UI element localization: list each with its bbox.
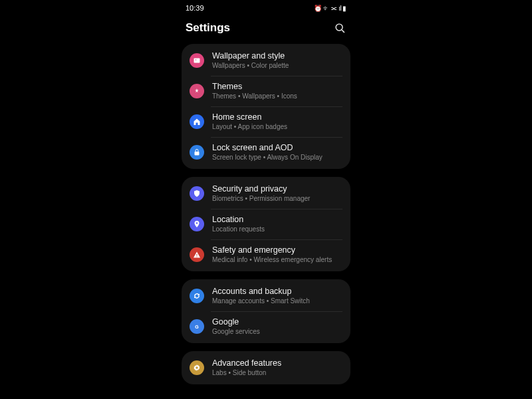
settings-item-text: Safety and emergencyMedical info • Wirel… [212,245,332,264]
page-title: Settings [186,21,230,35]
settings-item-title: Safety and emergency [212,245,332,255]
settings-item-subtitle: Google services [212,328,260,336]
settings-group-security: Security and privacyBiometrics • Permiss… [182,177,350,271]
settings-item-text: Security and privacyBiometrics • Permiss… [212,184,310,203]
settings-item-title: Lock screen and AOD [212,143,323,153]
phone-frame: 10:39 ⏰ ᯤ ⫘ ıl ▮ Settings Wallpaper and … [176,0,356,399]
settings-group-accounts: Accounts and backupManage accounts • Sma… [182,279,350,343]
svg-point-10 [196,366,198,369]
settings-item-title: Security and privacy [212,184,310,194]
settings-item-subtitle: Screen lock type • Always On Display [212,154,323,162]
settings-item-security-privacy[interactable]: Security and privacyBiometrics • Permiss… [182,178,350,209]
settings-item-themes[interactable]: ThemesThemes • Wallpapers • Icons [182,76,350,106]
svg-text:G: G [195,325,199,329]
settings-item-subtitle: Labs • Side button [212,369,281,377]
settings-item-safety[interactable]: Safety and emergencyMedical info • Wirel… [182,239,350,270]
settings-item-location[interactable]: LocationLocation requests [182,209,350,239]
settings-item-text: Wallpaper and styleWallpapers • Color pa… [212,51,289,70]
brush-icon [190,84,204,98]
shield-icon [190,186,204,201]
settings-item-lock-screen[interactable]: Lock screen and AODScreen lock type • Al… [182,137,350,168]
lock-icon [190,145,204,160]
settings-item-text: LocationLocation requests [212,215,265,233]
home-icon [190,114,204,129]
status-bar: 10:39 ⏰ ᯤ ⫘ ıl ▮ [176,0,356,16]
settings-item-subtitle: Biometrics • Permission manager [212,195,310,203]
alert-icon [190,247,204,262]
settings-item-advanced-features[interactable]: Advanced featuresLabs • Side button [182,352,350,383]
settings-item-wallpaper[interactable]: Wallpaper and styleWallpapers • Color pa… [182,45,350,76]
svg-rect-4 [195,152,200,156]
settings-item-title: Home screen [212,112,287,122]
settings-item-home-screen[interactable]: Home screenLayout • App icon badges [182,106,350,137]
settings-item-subtitle: Medical info • Wireless emergency alerts [212,256,332,264]
settings-item-text: Accounts and backupManage accounts • Sma… [212,287,310,305]
pin-icon [190,217,204,231]
settings-item-title: Accounts and backup [212,287,310,297]
header: Settings [176,16,356,44]
settings-group-display: Wallpaper and styleWallpapers • Color pa… [182,44,350,169]
google-icon: G [190,319,204,334]
status-time: 10:39 [186,4,204,12]
settings-item-text: Advanced featuresLabs • Side button [212,358,281,377]
settings-item-text: Lock screen and AODScreen lock type • Al… [212,143,323,162]
settings-item-title: Google [212,317,260,327]
svg-rect-6 [197,254,198,256]
settings-item-subtitle: Layout • App icon badges [212,123,287,131]
svg-point-5 [196,222,198,224]
settings-item-title: Location [212,215,265,225]
search-icon [334,23,346,34]
settings-item-subtitle: Manage accounts • Smart Switch [212,297,310,305]
settings-item-title: Themes [212,82,297,92]
svg-line-1 [341,29,344,32]
image-icon [190,53,204,68]
settings-item-subtitle: Location requests [212,225,265,233]
settings-item-subtitle: Wallpapers • Color palette [212,62,289,70]
settings-group-advanced: Advanced featuresLabs • Side button [182,351,350,384]
svg-rect-7 [197,257,198,257]
settings-item-text: ThemesThemes • Wallpapers • Icons [212,82,297,100]
settings-list: Wallpaper and styleWallpapers • Color pa… [176,44,356,384]
sync-icon [190,289,204,303]
svg-point-0 [336,24,342,31]
settings-item-google[interactable]: GGoogleGoogle services [182,311,350,342]
settings-item-accounts-backup[interactable]: Accounts and backupManage accounts • Sma… [182,281,350,311]
settings-item-subtitle: Themes • Wallpapers • Icons [212,92,297,100]
svg-point-3 [196,59,197,61]
gear-icon [190,360,204,375]
settings-item-title: Advanced features [212,358,281,368]
search-button[interactable] [333,21,346,35]
status-icons: ⏰ ᯤ ⫘ ıl ▮ [314,5,346,12]
settings-item-title: Wallpaper and style [212,51,289,61]
svg-rect-2 [194,59,200,63]
settings-item-text: GoogleGoogle services [212,317,260,336]
settings-item-text: Home screenLayout • App icon badges [212,112,287,131]
